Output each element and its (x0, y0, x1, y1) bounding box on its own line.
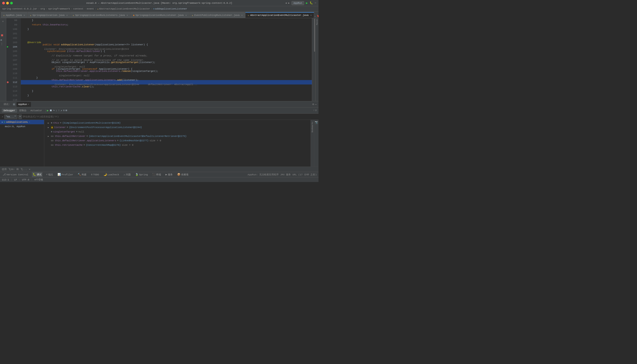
tab-listeners[interactable]: ☕ SpringApplicationRunListeners.java ✕ (70, 12, 130, 18)
maximize-button[interactable] (10, 2, 13, 4)
nav-endpoints[interactable]: ⚡ 端点 (45, 172, 54, 177)
nav-todo[interactable]: ≡ TODO (90, 172, 100, 177)
bookmarks-icon[interactable]: 🔖 (317, 14, 318, 18)
breadcrumb-event[interactable]: event (87, 8, 94, 10)
step-into-button[interactable]: ↓ (56, 109, 57, 112)
expand-defaultretriever[interactable]: ▶ (48, 135, 50, 138)
frame-item-1[interactable]: main:9, AppRun (0, 124, 44, 129)
settings-debug-button[interactable]: ⊞ (66, 109, 67, 112)
nav-terminal[interactable]: ⬛ 终端 (151, 172, 162, 177)
watch-name-filter[interactable]: "ma..." (4, 114, 18, 119)
expand-listener[interactable]: ▶ (48, 126, 50, 129)
var-listener[interactable]: ▶ ⚙ listener = {EnvironmentPostProcessor… (44, 125, 310, 130)
scrollbar-thumb[interactable] (314, 18, 315, 52)
stop-button[interactable]: ⏹ (50, 109, 52, 112)
check-watch-icon[interactable]: ✓ (2, 115, 3, 118)
tab-eventpub[interactable]: ☕ EventPublishingRunListener.java ✕ (189, 12, 245, 18)
right-scrollbar[interactable] (312, 18, 316, 101)
code-line-101 (21, 32, 312, 36)
tab-close-eventpub[interactable]: ✕ (241, 14, 243, 16)
status-encoding[interactable]: UTF-8 (22, 178, 29, 181)
var-retrievercache[interactable]: oo this.retrieverCache = {ConcurrentHash… (44, 143, 310, 147)
var-name-singleton: singletonTarget (53, 130, 75, 133)
close-button[interactable] (2, 2, 5, 4)
var-singleton[interactable]: ≡ singletonTarget = null (44, 130, 310, 134)
expand-this[interactable]: ▶ (48, 122, 50, 124)
actuator-tab[interactable]: Actuator (29, 108, 44, 112)
nav-debug[interactable]: 🐛 调试 (32, 172, 42, 177)
minimize-panel-icon[interactable]: — (315, 102, 317, 106)
var-defaultretriever[interactable]: ▶ oo this.defaultRetriever = {AbstractAp… (44, 134, 310, 138)
breadcrumb-org[interactable]: org (40, 8, 45, 10)
tab-close-springapp[interactable]: ✕ (66, 14, 68, 16)
breadcrumb-springframework[interactable]: springframework (48, 8, 70, 10)
nav-version-control[interactable]: ⎇ Version Control (2, 172, 29, 177)
minimize-button[interactable] (6, 2, 9, 4)
step-out-button[interactable]: ↑ (58, 109, 60, 112)
nav-spring[interactable]: 🍃 Spring (134, 172, 149, 177)
nav-problems[interactable]: ⚠ 问题 (123, 172, 132, 177)
expand-icon[interactable]: ▽ (315, 109, 317, 112)
tabs-more[interactable]: ⋯ (314, 15, 316, 18)
maven-label[interactable]: Maven (316, 18, 318, 26)
code-content[interactable]: } return this.beanFactory; } @Override (21, 18, 312, 101)
resume-button[interactable]: ▶ (47, 108, 49, 112)
structure-btn[interactable]: ≡ (1, 19, 6, 24)
var-icon-singleton: ≡ (51, 130, 52, 133)
var-value-listener: {EnvironmentPostProcessorApplicationList… (69, 126, 142, 129)
tab-listener[interactable]: ◼ SpringApplicationRunListener.java ✕ (130, 12, 189, 18)
nav-services[interactable]: ▶ 服务 (164, 172, 174, 177)
breadcrumb-method[interactable]: addApplicationListener (155, 8, 187, 10)
nav-profiler[interactable]: 📊 Profiler (56, 172, 74, 177)
tab-close-listeners[interactable]: ✕ (126, 14, 128, 16)
var-size-applisteners: size = 0 (150, 139, 161, 142)
frame-item-0[interactable]: ▶ ⚙ addApplicationL › (0, 120, 44, 124)
var-oo-3: oo (51, 144, 54, 146)
breadcrumb-jar[interactable]: spring-context-6.0.2.jar (2, 8, 37, 10)
apprun-label: AppRun (18, 103, 27, 106)
debugger-tab[interactable]: Debugger (2, 108, 17, 112)
linenum-116: 116 (9, 98, 19, 101)
step-over-button[interactable]: ↷ (53, 109, 55, 112)
settings-icon[interactable]: ⚙ (312, 102, 314, 106)
debug-hint-close[interactable]: ✕ (29, 168, 30, 171)
tab-close-apprun[interactable]: ✕ (24, 14, 25, 16)
nav-build[interactable]: 🔨 构建 (77, 172, 87, 177)
run-button[interactable]: ▶ (306, 1, 308, 5)
console-tab[interactable]: 控制台 (18, 108, 28, 113)
var-applisteners[interactable]: oo this.defaultRetriever.applicationList… (44, 138, 310, 143)
tab-apprun[interactable]: ☕ AppRun.java ✕ (1, 12, 28, 18)
run-to-cursor-button[interactable]: ↗ (60, 109, 62, 112)
tab-springapp[interactable]: ☕ SpringApplication.java ✕ (28, 12, 70, 18)
tab-label: AbstractApplicationEventMulticaster.java (250, 14, 308, 16)
tab-close-listener[interactable]: ✕ (185, 14, 187, 16)
camera-icon[interactable]: 📷 (315, 121, 318, 124)
watch-filter-button[interactable]: ▼ (18, 114, 22, 119)
run-config-button[interactable]: AppRun (292, 1, 304, 5)
window-controls[interactable] (2, 2, 13, 4)
var-oo-2: oo (51, 140, 54, 142)
status-position[interactable]: 112:1 (2, 178, 9, 181)
tab-abstract[interactable]: ☕ AbstractApplicationEventMulticaster.ja… (245, 12, 314, 18)
breadcrumb-class[interactable]: AbstractApplicationEventMulticaster (99, 8, 150, 10)
add-watch-icon[interactable]: ↑ (313, 109, 315, 112)
debug-button[interactable]: 🐛 (310, 1, 313, 5)
spring-icon: 🍃 (135, 173, 138, 176)
gutter-114 (6, 89, 9, 93)
debug-tab-title[interactable]: AppRun ✕ (16, 102, 31, 107)
more-actions[interactable]: ⋯ (315, 1, 316, 5)
debug-tab-close[interactable]: ✕ (28, 103, 29, 106)
linenum-113: 113 (9, 84, 19, 89)
editor-area[interactable]: ▶ 98 99 100 101 102 103 104 105 106 107 (6, 18, 312, 101)
window-title: ossa3.0 – AbstractApplicationEventMultic… (86, 2, 232, 4)
nav-luacheck[interactable]: 🌙 LuaCheck (103, 172, 120, 177)
status-indent[interactable]: 4个空格 (34, 178, 43, 181)
breadcrumb-context[interactable]: context (73, 8, 84, 10)
nav-deps[interactable]: 📦 依赖项 (176, 172, 189, 177)
var-this[interactable]: ▶ ≡ this = {SimpleApplicationEventMultic… (44, 121, 310, 125)
linenum-101: 101 (9, 32, 19, 36)
status-line-ending[interactable]: LF (14, 178, 17, 181)
tab-close-abstract[interactable]: ✕ (310, 14, 312, 16)
bookmarks-label[interactable]: Bookmarks (312, 121, 314, 133)
evaluate-button[interactable]: ≡ (63, 109, 64, 112)
